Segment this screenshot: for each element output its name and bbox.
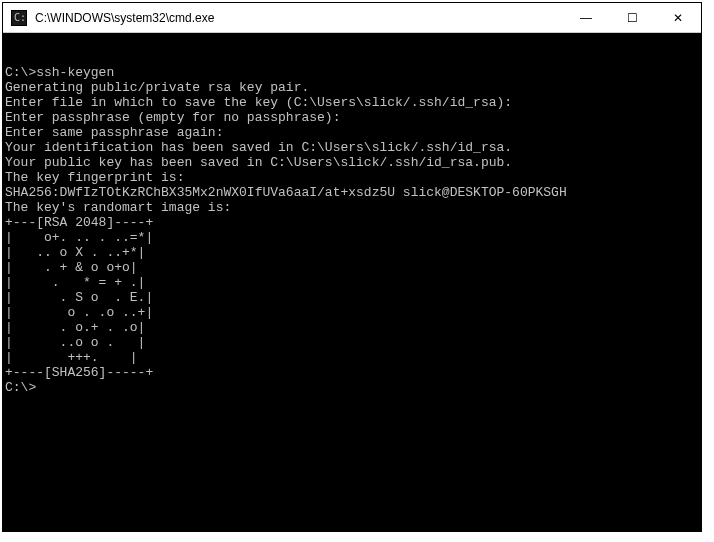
terminal-line: | . * = + .| (5, 275, 699, 290)
terminal-line: Your public key has been saved in C:\Use… (5, 155, 699, 170)
titlebar[interactable]: C: C:\WINDOWS\system32\cmd.exe — ☐ ✕ (3, 3, 701, 33)
maximize-icon: ☐ (627, 11, 638, 25)
terminal-line: +----[SHA256]-----+ (5, 365, 699, 380)
terminal-line: +---[RSA 2048]----+ (5, 215, 699, 230)
terminal-line: | ..o o . | (5, 335, 699, 350)
terminal-line: | . + & o o+o| (5, 260, 699, 275)
maximize-button[interactable]: ☐ (609, 3, 655, 32)
window-title: C:\WINDOWS\system32\cmd.exe (35, 11, 563, 25)
close-icon: ✕ (673, 11, 683, 25)
terminal-line: | .. o X . ..+*| (5, 245, 699, 260)
cmd-icon: C: (11, 10, 27, 26)
minimize-icon: — (580, 11, 592, 25)
window-controls: — ☐ ✕ (563, 3, 701, 32)
terminal-line: C:\> (5, 380, 699, 395)
terminal-line: | . o.+ . .o| (5, 320, 699, 335)
terminal-line: Enter file in which to save the key (C:\… (5, 95, 699, 110)
terminal-output[interactable]: C:\>ssh-keygenGenerating public/private … (3, 33, 701, 531)
cmd-window: C: C:\WINDOWS\system32\cmd.exe — ☐ ✕ C:\… (2, 2, 702, 532)
terminal-line: C:\>ssh-keygen (5, 65, 699, 80)
terminal-line: Generating public/private rsa key pair. (5, 80, 699, 95)
terminal-line: Your identification has been saved in C:… (5, 140, 699, 155)
minimize-button[interactable]: — (563, 3, 609, 32)
terminal-line: Enter passphrase (empty for no passphras… (5, 110, 699, 125)
terminal-line: | +++. | (5, 350, 699, 365)
terminal-line: The key's randomart image is: (5, 200, 699, 215)
terminal-line: Enter same passphrase again: (5, 125, 699, 140)
terminal-line: | . S o . E.| (5, 290, 699, 305)
svg-text:C:: C: (14, 12, 26, 23)
terminal-line: SHA256:DWfIzTOtKzRChBX35Mx2nWX0IfUVa6aaI… (5, 185, 699, 200)
terminal-line: The key fingerprint is: (5, 170, 699, 185)
terminal-line: | o+. .. . ..=*| (5, 230, 699, 245)
terminal-line: | o . .o ..+| (5, 305, 699, 320)
close-button[interactable]: ✕ (655, 3, 701, 32)
